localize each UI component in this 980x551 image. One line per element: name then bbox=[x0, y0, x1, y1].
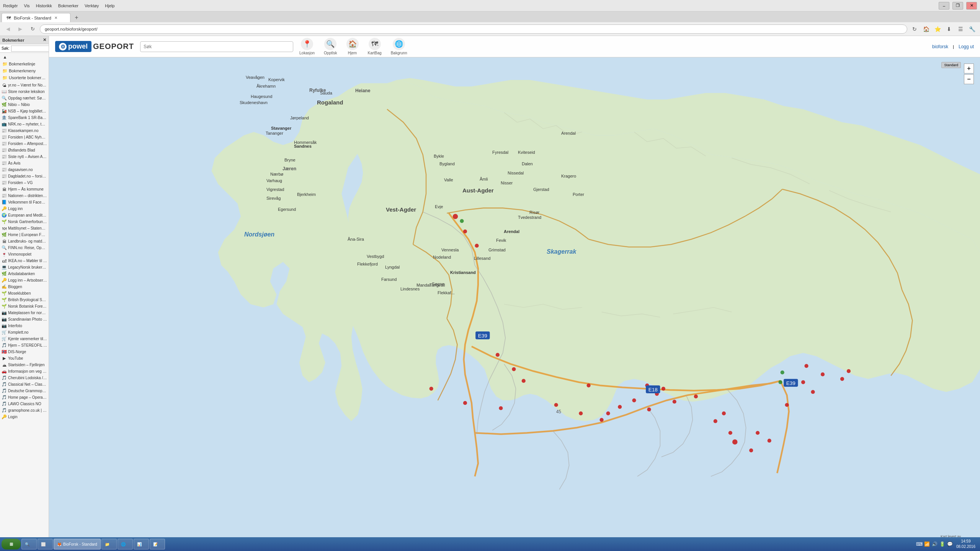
sidebar-item-46[interactable]: 🎵Classical Net – Classical M... bbox=[0, 381, 49, 388]
menu-bokmerker[interactable]: Bokmerker bbox=[58, 3, 78, 8]
sidebar-item-25[interactable]: 🔍FINN.no: Reise, Oppdrag, ... bbox=[0, 245, 49, 251]
nav-bakgrunn[interactable]: 🌐 Bakgrunn bbox=[391, 38, 407, 55]
sidebar-item-14[interactable]: 📰Dagbladet.no – forsiden bbox=[0, 173, 49, 179]
sidebar-item-44[interactable]: 🚗Informasjon om veg og tra... bbox=[0, 368, 49, 375]
sidebar-item-36[interactable]: 📷Scandinavian Photo | Norg... bbox=[0, 316, 49, 323]
taskbar-search[interactable]: 🔍 bbox=[21, 539, 37, 549]
sidebar-item-21[interactable]: 🌱Norsk Gartnerforbund | Re... bbox=[0, 218, 49, 225]
reload-button[interactable]: ↻ bbox=[28, 24, 38, 34]
taskbar-datetime[interactable]: 14:59 08.02.2016 bbox=[956, 539, 975, 549]
sidebar-item-39[interactable]: 🛒Kjente varemerker til lave ... bbox=[0, 336, 49, 342]
logg-ut-link[interactable]: Logg ut bbox=[959, 44, 974, 49]
menu-icon[interactable]: ☰ bbox=[956, 24, 965, 34]
menu-historikk[interactable]: Historikk bbox=[36, 3, 52, 8]
taskbar-explorer[interactable]: 📁 bbox=[101, 539, 117, 549]
nav-hjem[interactable]: 🏠 Hjem bbox=[346, 38, 359, 55]
network-icon[interactable]: 📶 bbox=[924, 541, 930, 547]
sidebar-item-26[interactable]: 🍷Vinmonopolet bbox=[0, 251, 49, 258]
restore-button[interactable]: ❐ bbox=[952, 2, 963, 10]
nav-opptisk[interactable]: 🔍 OpptIsk bbox=[324, 38, 337, 55]
sidebar-item-42[interactable]: ▶YouTube bbox=[0, 355, 49, 362]
tab-bioforsk[interactable]: 🗺 BioForsk - Standard ✕ bbox=[2, 13, 70, 22]
sidebar-item-43[interactable]: ⛰Startsiden – Fjellinjen bbox=[0, 362, 49, 368]
sidebar-item-31[interactable]: ✍Bloggen bbox=[0, 284, 49, 290]
sidebar-item-23[interactable]: 🌿Home | European Food Saf... bbox=[0, 231, 49, 238]
taskbar-cortana[interactable]: ⬜ bbox=[38, 539, 53, 549]
bioforsk-link[interactable]: bioforsk bbox=[932, 44, 948, 49]
sidebar-item-9[interactable]: 📰Forsiden – Aftenposten bbox=[0, 140, 49, 147]
sidebar-item-50[interactable]: 🎵gramophone.co.uk | The ... bbox=[0, 407, 49, 414]
back-button[interactable]: ◀ bbox=[3, 24, 13, 34]
sidebar-item-17[interactable]: 📰Nationen – distriktenes næ... bbox=[0, 192, 49, 199]
new-tab-button[interactable]: + bbox=[72, 13, 81, 22]
close-button[interactable]: ✕ bbox=[966, 2, 977, 10]
sidebar-item-37[interactable]: 📷Interfoto bbox=[0, 323, 49, 329]
zoom-in-button[interactable]: + bbox=[964, 64, 974, 73]
sidebar-item-32[interactable]: 🌱Moseklubben bbox=[0, 290, 49, 297]
home-icon[interactable]: 🏠 bbox=[921, 24, 931, 34]
sidebar-item-16[interactable]: 🏛Hjem – Ås kommune bbox=[0, 186, 49, 192]
minimize-button[interactable]: – bbox=[939, 2, 949, 10]
sidebar-item-12[interactable]: 📰Ås Avis bbox=[0, 160, 49, 166]
taskbar-word[interactable]: 📝 bbox=[150, 539, 165, 549]
sidebar-item-2[interactable]: 🔍Oppdag nærhet: Søk lokalt... bbox=[0, 95, 49, 101]
bookmark-icon[interactable]: ⭐ bbox=[933, 24, 942, 34]
extensions-icon[interactable]: 🔧 bbox=[967, 24, 977, 34]
geoport-search-input[interactable] bbox=[140, 41, 293, 52]
sidebar-item-48[interactable]: 🎵Home page – Opera Rara bbox=[0, 394, 49, 401]
sidebar-search-input[interactable] bbox=[11, 46, 49, 52]
menu-vis[interactable]: Vis bbox=[24, 3, 30, 8]
sidebar-item-33[interactable]: 🌱British Bryological Society –... bbox=[0, 297, 49, 303]
sidebar-item-35[interactable]: 📷Mateplassen for norske foto... bbox=[0, 310, 49, 316]
battery-icon[interactable]: 🔋 bbox=[939, 541, 946, 547]
map-svg[interactable]: E39 E18 E39 130 45 bbox=[49, 57, 980, 551]
sidebar-item-6[interactable]: 📺NRK.no – nyheter, tv og ra... bbox=[0, 121, 49, 127]
sidebar-item-19[interactable]: 🔑Logg inn bbox=[0, 205, 49, 212]
sidebar-item-10[interactable]: 📰Østlandets Blad bbox=[0, 147, 49, 153]
taskbar-excel[interactable]: 📊 bbox=[134, 539, 149, 549]
notification-icon[interactable]: 💬 bbox=[947, 541, 953, 547]
sidebar-item-47[interactable]: 🎵Deutsche Grammophon – ... bbox=[0, 388, 49, 394]
sidebar-item-28[interactable]: 💻LegacyNorsk brukerforum –... bbox=[0, 264, 49, 271]
sidebar-item-20[interactable]: 🌍European and Mediterrane... bbox=[0, 212, 49, 218]
sidebar-item-45[interactable]: 🎵Cherubini Lodoiska / Jere... bbox=[0, 375, 49, 381]
tab-close-button[interactable]: ✕ bbox=[54, 16, 57, 20]
nav-kartbag[interactable]: 🗺 KartBag bbox=[368, 38, 382, 55]
sidebar-item-11[interactable]: 📰Siste nytt – Avisen Agder – ... bbox=[0, 153, 49, 160]
nav-lokasjon[interactable]: 📍 Lokasjon bbox=[299, 38, 315, 55]
sidebar-item-13[interactable]: 📰dagsavisen.no bbox=[0, 166, 49, 173]
sidebar-item-22[interactable]: 🍽Mattilsynet – Statens tilsyn... bbox=[0, 225, 49, 231]
sidebar-item-1[interactable]: 📖Store norske leksikon bbox=[0, 88, 49, 95]
keyboard-icon[interactable]: ⌨ bbox=[916, 541, 923, 547]
sidebar-item-49[interactable]: 🎵LAWO Classics NO bbox=[0, 401, 49, 407]
folder-usorterte[interactable]: 📁 Usorterte bokmerker bbox=[2, 74, 47, 81]
sidebar-item-15[interactable]: 📰Forsiden – VG bbox=[0, 179, 49, 186]
sidebar-item-4[interactable]: 🚂NSB – Kjøp togbillett – nsb... bbox=[0, 108, 49, 114]
sidebar-item-34[interactable]: 🌱Norsk Botanisk Forening – ... bbox=[0, 303, 49, 310]
start-button[interactable]: ⊞ bbox=[2, 539, 21, 549]
sidebar-item-27[interactable]: 🛋IKEA.no – Møbler til hele h... bbox=[0, 258, 49, 264]
sidebar-item-3[interactable]: 🌿Nibio – Nibio bbox=[0, 101, 49, 108]
folder-bokmerkmeny[interactable]: 📁 Bokmerkmeny bbox=[2, 67, 47, 74]
sidebar-item-5[interactable]: 🏦SpareBank 1 SR-Bank ASA bbox=[0, 114, 49, 121]
taskbar-active-app[interactable]: 🦊 BioForsk - Standard bbox=[54, 539, 101, 549]
folder-bokmerkelinje[interactable]: ▲ bbox=[2, 54, 47, 60]
menu-redigert[interactable]: Redigér bbox=[3, 3, 18, 8]
sidebar-item-0[interactable]: 🌤yr.no – Været for Norge og... bbox=[0, 82, 49, 88]
sidebar-item-7[interactable]: 📰Klassekampen.no bbox=[0, 127, 49, 134]
sidebar-item-18[interactable]: 📘Velkommen til Facebook – ... bbox=[0, 199, 49, 205]
forward-button[interactable]: ▶ bbox=[15, 24, 25, 34]
sidebar-item-30[interactable]: 🔑Logg inn – Artsobservajo... bbox=[0, 277, 49, 284]
folder-bokmerkelinje[interactable]: 📁 Bokmerkelinje bbox=[2, 60, 47, 67]
downloads-icon[interactable]: ⬇ bbox=[944, 24, 954, 34]
sidebar-item-38[interactable]: 🛒Komplett.no bbox=[0, 329, 49, 336]
sidebar-item-41[interactable]: 🇳🇴DIS-Norge bbox=[0, 349, 49, 355]
map-area[interactable]: ⚙ powel GEOPORT 📍 Lokasjon 🔍 OpptIsk 🏠 H… bbox=[49, 36, 980, 551]
sidebar-close[interactable]: ✕ bbox=[43, 37, 46, 42]
sidebar-item-24[interactable]: 🏛Landbruks- og matdeparte... bbox=[0, 238, 49, 245]
zoom-out-button[interactable]: − bbox=[964, 74, 974, 84]
address-input[interactable] bbox=[40, 24, 907, 34]
menu-hjelp[interactable]: Hjelp bbox=[105, 3, 114, 8]
sidebar-item-40[interactable]: 🎵Hjem – STEREOFIL AS bbox=[0, 342, 49, 349]
sidebar-item-29[interactable]: 🌿Artsdatabanken bbox=[0, 271, 49, 277]
